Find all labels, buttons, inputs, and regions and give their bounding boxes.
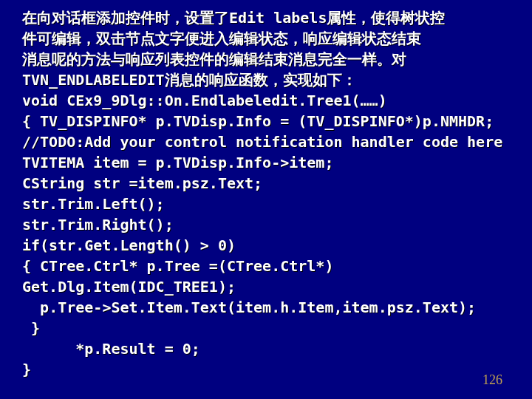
line: str.Trim.Left(); [22,195,165,213]
line: //TODO:Add your control notification han… [22,133,502,151]
page-number: 126 [482,372,502,388]
line: } [22,361,31,378]
line: CString str =item.psz.Text; [22,174,262,192]
line: 件可编辑，双击节点文字便进入编辑状态，响应编辑状态结束 [22,30,421,47]
line: void CEx9_9Dlg::On.Endlabeledit.Tree1(……… [22,92,387,109]
line: TVN_ENDLABELEDIT消息的响应函数，实现如下： [22,71,357,89]
line: p.Tree->Set.Item.Text(item.h.Item,item.p… [22,299,476,316]
line: *p.Result = 0; [22,340,200,358]
line: 消息呢的方法与响应列表控件的编辑结束消息完全一样。对 [22,50,406,68]
line: 在向对话框添加控件时，设置了Edit labels属性，使得树状控 [22,9,445,27]
line: if(str.Get.Length() > 0) [22,236,236,254]
line: { CTree.Ctrl* p.Tree =(CTree.Ctrl*) Get.… [22,257,342,296]
line: str.Trim.Right(); [22,216,174,233]
slide-body: 在向对话框添加控件时，设置了Edit labels属性，使得树状控 件可编辑，双… [0,0,532,387]
line: { TV_DISPINFO* p.TVDisp.Info = (TV_DISPI… [22,112,494,130]
line: } [22,319,40,337]
line: TVITEMA item = p.TVDisp.Info->item; [22,154,333,171]
